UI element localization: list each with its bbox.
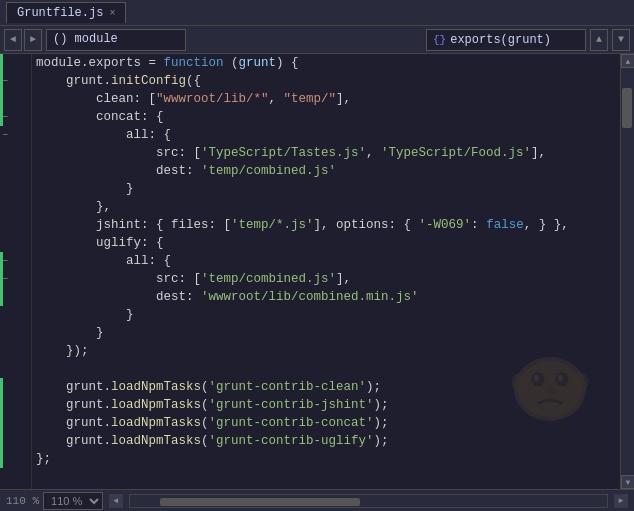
token: grunt. <box>36 414 111 432</box>
gutter-line <box>0 360 31 378</box>
gutter-line <box>0 216 31 234</box>
code-line: all: { <box>36 252 616 270</box>
gutter-line <box>0 342 31 360</box>
token: 'TypeScript/Tastes.js' <box>201 144 366 162</box>
token: grunt. <box>36 432 111 450</box>
token: ); <box>374 432 389 450</box>
hscroll-right-button[interactable]: ► <box>614 494 628 508</box>
token: dest: <box>36 162 201 180</box>
token: ({ <box>186 72 201 90</box>
token: dest: <box>36 288 201 306</box>
token: ); <box>374 414 389 432</box>
scope-icon: {} <box>433 34 446 46</box>
scope-scroll-up[interactable]: ▲ <box>590 29 608 51</box>
code-line: dest: 'temp/combined.js' <box>36 162 616 180</box>
gutter-line <box>0 306 31 324</box>
gutter-line <box>0 198 31 216</box>
gutter-line <box>0 450 31 468</box>
breadcrumb-dropdown[interactable]: () module <box>46 29 186 51</box>
token: , <box>366 144 381 162</box>
token: jshint: { files: [ <box>36 216 231 234</box>
token: grunt <box>239 54 277 72</box>
editor-container: module.exports = function (grunt) { grun… <box>0 54 634 489</box>
nav-forward-button[interactable]: ► <box>24 29 42 51</box>
token: }, <box>36 198 111 216</box>
gutter-line <box>0 324 31 342</box>
scope-label: exports(grunt) <box>450 33 551 47</box>
file-tab[interactable]: Gruntfile.js × <box>6 2 126 23</box>
token: grunt. <box>36 72 111 90</box>
scroll-down-button[interactable]: ▼ <box>621 475 634 489</box>
token: clean: [ <box>36 90 156 108</box>
token: } <box>36 180 134 198</box>
token: initConfig <box>111 72 186 90</box>
token: ); <box>366 378 381 396</box>
vertical-scrollbar[interactable]: ▲ ▼ <box>620 54 634 489</box>
code-line: } <box>36 306 616 324</box>
code-line: concat: { <box>36 108 616 126</box>
gutter-line <box>0 414 31 432</box>
token: loadNpmTasks <box>111 432 201 450</box>
scroll-track[interactable] <box>621 68 634 475</box>
token: 'temp/*.js' <box>231 216 314 234</box>
token: }; <box>36 450 51 468</box>
gutter-line <box>0 90 31 108</box>
token: grunt. <box>36 396 111 414</box>
hscroll-thumb[interactable] <box>160 498 360 506</box>
zoom-select[interactable]: 110 % 100 % 90 % <box>43 492 103 510</box>
gutter-line <box>0 144 31 162</box>
gutter-line <box>0 252 31 270</box>
token: module.exports = <box>36 54 164 72</box>
zoom-label: 110 % <box>6 495 39 507</box>
token: 'grunt-contrib-clean' <box>209 378 367 396</box>
code-line: grunt.loadNpmTasks('grunt-contrib-uglify… <box>36 432 616 450</box>
nav-back-button[interactable]: ◄ <box>4 29 22 51</box>
gutter-line <box>0 162 31 180</box>
token: concat: { <box>36 108 164 126</box>
token: 'grunt-contrib-concat' <box>209 414 374 432</box>
token: , <box>269 90 284 108</box>
gutter-line <box>0 54 31 72</box>
token: : <box>471 216 486 234</box>
code-line: } <box>36 180 616 198</box>
scope-scroll-down[interactable]: ▼ <box>612 29 630 51</box>
token: uglify: { <box>36 234 164 252</box>
line-gutter <box>0 54 32 489</box>
token: all: { <box>36 126 171 144</box>
code-line: clean: ["wwwroot/lib/*", "temp/"], <box>36 90 616 108</box>
token: 'TypeScript/Food.js' <box>381 144 531 162</box>
gutter-line <box>0 432 31 450</box>
token: } <box>36 306 134 324</box>
scope-dropdown[interactable]: {} exports(grunt) <box>426 29 586 51</box>
token: src: [ <box>36 270 201 288</box>
svg-point-4 <box>534 375 539 381</box>
tab-close-button[interactable]: × <box>109 8 115 19</box>
scroll-up-button[interactable]: ▲ <box>621 54 634 68</box>
svg-point-8 <box>572 373 588 392</box>
token: , } }, <box>524 216 569 234</box>
token: src: [ <box>36 144 201 162</box>
code-line: } <box>36 324 616 342</box>
code-area[interactable]: module.exports = function (grunt) { grun… <box>32 54 620 489</box>
code-line: }, <box>36 198 616 216</box>
token: ( <box>201 414 209 432</box>
code-line: grunt.initConfig({ <box>36 72 616 90</box>
code-line: src: ['temp/combined.js'], <box>36 270 616 288</box>
token: loadNpmTasks <box>111 414 201 432</box>
hscroll-left-button[interactable]: ◄ <box>109 494 123 508</box>
token: ], <box>336 90 351 108</box>
code-line: }; <box>36 450 616 468</box>
code-line: src: ['TypeScript/Tastes.js', 'TypeScrip… <box>36 144 616 162</box>
horizontal-scrollbar[interactable] <box>129 494 608 508</box>
gutter-line <box>0 108 31 126</box>
nav-arrows: ◄ ► <box>4 29 42 51</box>
code-line: module.exports = function (grunt) { <box>36 54 616 72</box>
gutter-line <box>0 234 31 252</box>
token: ( <box>201 378 209 396</box>
token: 'grunt-contrib-uglify' <box>209 432 374 450</box>
token: '-W069' <box>419 216 472 234</box>
token: 'grunt-contrib-jshint' <box>209 396 374 414</box>
scroll-thumb[interactable] <box>622 88 632 128</box>
code-line: all: { <box>36 126 616 144</box>
token: "wwwroot/lib/*" <box>156 90 269 108</box>
